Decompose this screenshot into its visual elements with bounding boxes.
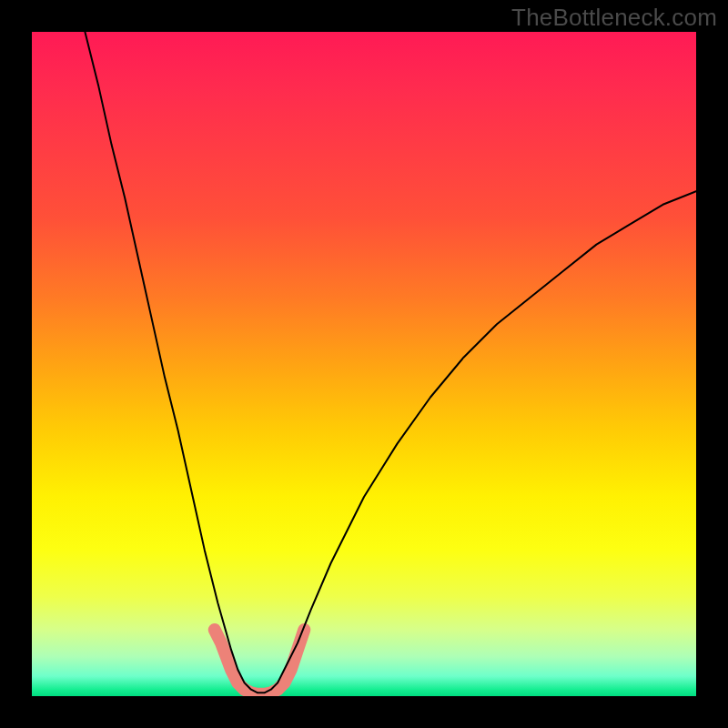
- bottleneck-chart: [32, 32, 696, 696]
- chart-area: [32, 32, 696, 696]
- bottleneck-curve: [85, 32, 696, 693]
- watermark-text: TheBottleneck.com: [511, 4, 717, 32]
